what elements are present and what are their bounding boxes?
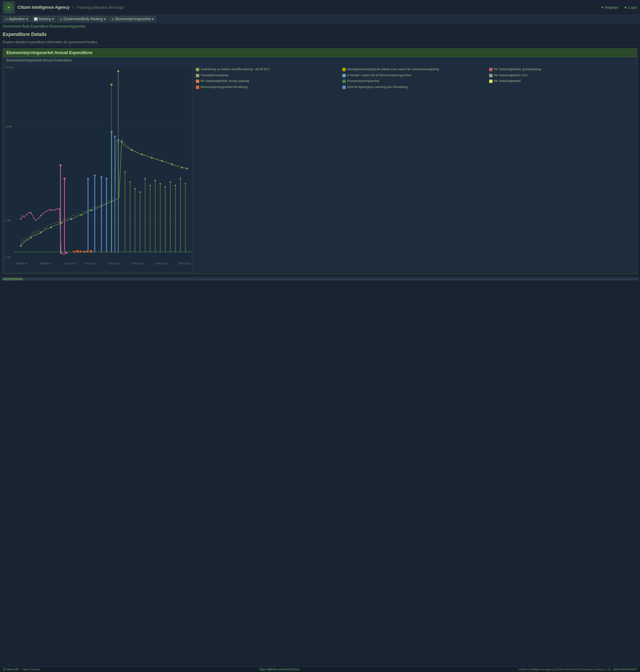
site-title: Citizen Intelligence Agency: [17, 5, 70, 10]
legend-color-2: [342, 68, 346, 71]
svg-point-14: [91, 210, 92, 211]
legend-label-4: Transaktionsdatabas: [201, 74, 229, 78]
svg-point-12: [71, 218, 72, 220]
application-icon: ⊞: [5, 17, 8, 21]
legend-color-3: [489, 68, 493, 71]
nav-ranking[interactable]: 📊 Ranking ▾: [32, 16, 56, 22]
breadcrumb-esv[interactable]: Ekonomistyrningsverket: [50, 25, 85, 28]
footer-right: Citizen Intelligence Agency (2024-SNAPSH…: [519, 668, 637, 671]
legend-color-8: [342, 79, 346, 83]
breadcrumb: Government Body Expenditure Ekonomistyrn…: [0, 23, 640, 30]
register-link[interactable]: ✦ Register: [601, 5, 619, 10]
svg-point-13: [81, 214, 82, 216]
legend-item-4: Transaktionsdatabas: [196, 74, 340, 78]
chart-subtitle: Ekonomistyrningsverket Annual Expenditur…: [3, 57, 637, 63]
scrollbar-area: [0, 277, 640, 281]
y-label-1: 1.00: [5, 219, 11, 222]
svg-text:2008-01-01: 2008-01-01: [16, 262, 28, 265]
svg-point-34: [63, 178, 66, 180]
legend-label-11: Stöd till regeringens satsning på e-förv…: [347, 85, 408, 89]
svg-text:2010-01-01: 2010-01-01: [39, 262, 52, 265]
svg-text:2012-01-01: 2012-01-01: [64, 262, 77, 265]
legend-color-6: [489, 74, 493, 77]
legend-color-11: [342, 86, 346, 89]
legend-item-10: Ekonomistyrningsverket förvaltning: [196, 85, 340, 89]
svg-point-75: [160, 183, 161, 184]
header-right: ✦ Register ★ Login: [601, 5, 637, 10]
legend-item-11: Stöd till regeringens satsning på e-förv…: [342, 85, 487, 89]
nav-governmentbody-ranking[interactable]: ⊞ GovernmentBody Ranking ▾: [57, 16, 108, 22]
svg-text:2013-01-01: 2013-01-01: [85, 262, 97, 265]
svg-point-10: [50, 227, 52, 228]
governmentbody-icon: ⊞: [60, 17, 62, 21]
svg-point-57: [117, 70, 119, 72]
legend-item-2: Myndighetsövergripande arbete inom ramen…: [342, 68, 487, 72]
legend-color-10: [196, 86, 199, 89]
svg-point-25: [20, 218, 21, 220]
logo: [3, 1, 15, 13]
legend-item-3: RK Statsbudgetslöd, grunduppdrag: [489, 68, 634, 72]
governmentbody-chevron: ▾: [104, 17, 105, 21]
svg-text:2027-01-01: 2027-01-01: [179, 262, 191, 265]
y-label-100: 100.00: [5, 66, 13, 69]
open-source: Open Source: [22, 668, 40, 671]
scrollbar-thumb[interactable]: [3, 278, 23, 280]
legend-item-5: E-handel i staten del till Ekonomistyrni…: [342, 74, 487, 78]
legend-color-1: [196, 68, 199, 71]
legend-label-2: Myndighetsövergripande arbete inom ramen…: [347, 68, 439, 72]
page-title: Expenditure Details: [0, 30, 640, 38]
scrollbar-track: [1, 278, 639, 280]
legend-item-6: RK Statsbudgetslöd, ESY: [489, 74, 634, 78]
page-description: Explore detailed expenditure information…: [0, 38, 640, 46]
legend-area: Utvärdering av statens skuldförvaltning …: [194, 64, 636, 272]
legend-label-1: Utvärdering av statens skuldförvaltning …: [201, 68, 270, 72]
legend-label-3: RK Statsbudgetslöd, grunduppdrag: [494, 68, 541, 72]
legend-item-8: Ekonomistyrningsverket: [342, 79, 487, 83]
legend-label-8: Ekonomistyrningsverket: [347, 79, 379, 83]
svg-point-46: [114, 136, 116, 138]
esv-chevron: ▾: [152, 17, 154, 21]
svg-point-26: [30, 212, 32, 213]
svg-point-38: [94, 174, 96, 176]
nav-ekonomistyrningsverket[interactable]: ⊞ Ekonomistyrningsverket ▾: [109, 16, 156, 22]
legend-label-7: RK Statsbudgetslöd, övriga uppdrag: [201, 79, 249, 83]
svg-point-2: [8, 6, 10, 9]
svg-point-42: [105, 178, 107, 180]
chart-area: 100.00 10.00 1.00 0.10: [4, 64, 192, 272]
breadcrumb-gov-body[interactable]: Government Body Expenditure: [3, 25, 49, 28]
svg-point-81: [175, 185, 176, 186]
svg-point-61: [124, 171, 126, 173]
header: Citizen Intelligence Agency // Tracking …: [0, 0, 640, 15]
login-link[interactable]: ★ Login: [624, 5, 637, 10]
description-text: Explore detailed expenditure information…: [3, 40, 98, 44]
svg-point-83: [180, 178, 181, 179]
chart-section: Ekonomistyrningsverket Annual Expenditur…: [3, 48, 637, 274]
navbar: ⊞ Application ▾ 📊 Ranking ▾ ⊞ Government…: [0, 15, 640, 23]
svg-point-7: [20, 245, 22, 247]
svg-point-63: [129, 181, 131, 183]
svg-point-28: [50, 210, 52, 211]
y-label-10: 10.00: [5, 125, 12, 128]
svg-point-32: [59, 164, 61, 166]
legend-item-1: Utvärdering av statens skuldförvaltning …: [196, 68, 340, 72]
legend-color-9: [489, 79, 493, 83]
legend-group: Utvärdering av statens skuldförvaltning …: [196, 68, 634, 91]
svg-point-8: [30, 237, 32, 238]
svg-point-17: [121, 141, 122, 143]
svg-point-65: [134, 188, 136, 190]
svg-point-40: [100, 176, 102, 178]
svg-point-71: [149, 185, 151, 186]
nav-application-label: Application: [9, 17, 25, 21]
footer-extra: 2024-SNAPSHOT: [613, 668, 637, 671]
github-link[interactable]: https://github.com/Hack23/cia: [259, 668, 299, 671]
ranking-chevron: ▾: [52, 17, 54, 21]
svg-point-59: [111, 84, 113, 86]
site-subtitle: Tracking politicians like bugs!: [76, 5, 124, 10]
legend-label-6: RK Statsbudgetslöd, ESY: [494, 74, 528, 78]
application-chevron: ▾: [26, 17, 28, 21]
svg-point-77: [165, 186, 166, 188]
nav-governmentbody-label: GovernmentBody Ranking: [63, 17, 103, 21]
nav-application[interactable]: ⊞ Application ▾: [3, 16, 30, 22]
more-info[interactable]: ☰ More info: [3, 668, 19, 671]
ranking-icon: 📊: [34, 17, 38, 21]
